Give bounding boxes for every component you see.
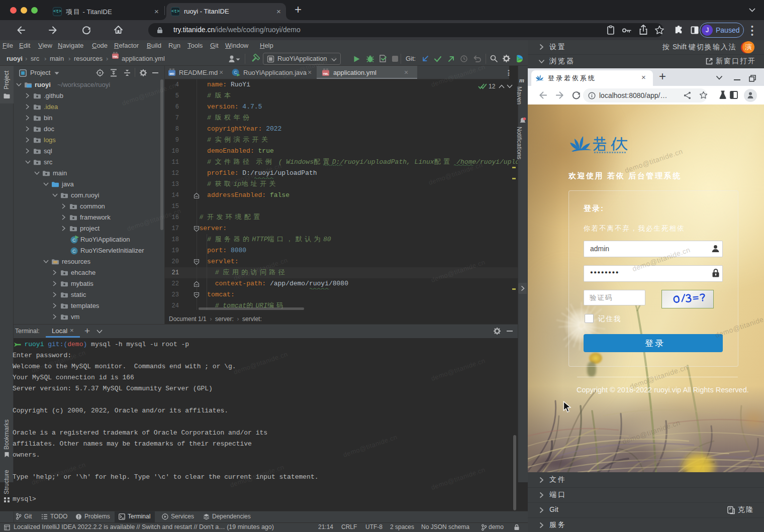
svg-text:C: C (72, 248, 76, 254)
svg-text:YML: YML (323, 72, 329, 75)
svg-text:C: C (234, 70, 237, 75)
svg-text:MD: MD (169, 72, 174, 75)
svg-text:YML: YML (113, 55, 119, 58)
